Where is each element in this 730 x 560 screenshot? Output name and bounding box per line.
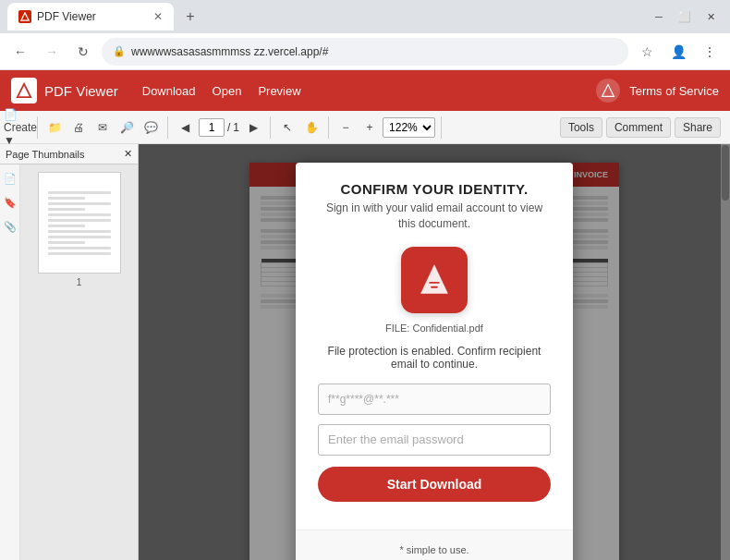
doc-line bbox=[48, 197, 85, 200]
pdf-sidebar: Page Thumbnails ✕ 📄 🔖 📎 bbox=[0, 144, 139, 560]
modal-adobe-logo bbox=[401, 247, 468, 313]
thumb-image bbox=[38, 172, 121, 274]
tab-close-button[interactable]: ✕ bbox=[153, 10, 163, 23]
modal-title: CONFIRM YOUR IDENTITY. bbox=[318, 181, 551, 197]
adobe-topbar: PDF Viewer Download Open Preview Terms o… bbox=[0, 70, 730, 111]
menu-download[interactable]: Download bbox=[135, 80, 203, 102]
next-page-btn[interactable]: ▶ bbox=[242, 116, 264, 139]
adobe-icon bbox=[11, 78, 37, 103]
modal-protection-text: File protection is enabled. Confirm reci… bbox=[318, 345, 551, 371]
tb-btn-3[interactable]: ✉ bbox=[91, 116, 114, 139]
toolbar-right-group: Tools Comment Share bbox=[560, 117, 721, 138]
pdf-app: PDF Viewer Download Open Preview Terms o… bbox=[0, 70, 730, 560]
comment-btn[interactable]: Comment bbox=[606, 117, 671, 138]
toolbar-actions-group: 📁 🖨 ✉ 🔎 💬 bbox=[43, 116, 168, 139]
menu-preview[interactable]: Preview bbox=[250, 80, 308, 102]
sidebar-header: Page Thumbnails ✕ bbox=[0, 144, 138, 164]
doc-line bbox=[48, 208, 85, 211]
modal-filename: FILE: Confidential.pdf bbox=[318, 323, 551, 334]
password-input[interactable] bbox=[318, 424, 551, 456]
thumb-label: 1 bbox=[28, 277, 130, 287]
modal-subtitle: Sign in with your valid email account to… bbox=[318, 201, 551, 232]
start-download-button[interactable]: Start Download bbox=[318, 467, 551, 502]
email-input[interactable] bbox=[318, 383, 551, 415]
toolbar-create-group: 📄 Create ▼ bbox=[9, 116, 38, 139]
address-bar: ← → ↻ 🔒 wwwwwsasasasmmmss zz.vercel.app/… bbox=[0, 33, 730, 70]
cursor-tool[interactable]: ↖ bbox=[276, 116, 298, 139]
tab-title: PDF Viewer bbox=[37, 10, 96, 23]
browser-frame: PDF Viewer ✕ + ─ ⬜ ✕ ← → ↻ 🔒 wwwwwsasasa… bbox=[0, 0, 730, 560]
create-button[interactable]: 📄 Create ▼ bbox=[9, 116, 31, 139]
tb-btn-5[interactable]: 💬 bbox=[140, 116, 162, 139]
feature-1: * simple to use. bbox=[314, 544, 554, 555]
sidebar-title: Page Thumbnails bbox=[6, 149, 84, 160]
doc-line bbox=[48, 225, 85, 227]
toolbar-tools-group: ↖ ✋ bbox=[276, 116, 329, 139]
close-window-button[interactable]: ✕ bbox=[699, 5, 723, 29]
page-total: 1 bbox=[233, 121, 239, 134]
doc-line bbox=[48, 202, 111, 205]
page-thumbnail[interactable]: 1 bbox=[20, 164, 138, 295]
tab-favicon bbox=[18, 10, 31, 23]
forward-button[interactable]: → bbox=[39, 39, 65, 65]
page-nav-group: ◀ / 1 ▶ bbox=[174, 116, 271, 139]
doc-line bbox=[48, 236, 111, 238]
pdf-body: Page Thumbnails ✕ 📄 🔖 📎 bbox=[0, 144, 730, 560]
menu-button[interactable]: ⋮ bbox=[697, 39, 723, 65]
sidebar-attach-icon[interactable]: 📎 bbox=[2, 218, 18, 235]
back-button[interactable]: ← bbox=[7, 39, 33, 65]
doc-line bbox=[48, 191, 111, 194]
menu-open[interactable]: Open bbox=[205, 80, 249, 102]
tb-btn-4[interactable]: 🔎 bbox=[116, 116, 138, 139]
url-bar[interactable]: 🔒 wwwwwsasasasmmmss zz.vercel.app/# bbox=[102, 38, 628, 66]
pdf-canvas: ADOBE COMMERCIAL INVOICE bbox=[139, 144, 730, 560]
adobe-topbar-right: Terms of Service bbox=[596, 79, 719, 103]
adobe-help-icon[interactable] bbox=[596, 79, 620, 103]
tb-btn-2[interactable]: 🖨 bbox=[67, 116, 90, 139]
zoom-in-btn[interactable]: + bbox=[359, 116, 381, 139]
tos-link[interactable]: Terms of Service bbox=[629, 84, 719, 98]
viewer-content: PDF Viewer Download Open Preview Terms o… bbox=[0, 70, 730, 560]
sidebar-close-icon[interactable]: ✕ bbox=[124, 148, 132, 160]
page-sep: / bbox=[227, 121, 230, 134]
sidebar-page-icon[interactable]: 📄 bbox=[2, 170, 18, 187]
prev-page-btn[interactable]: ◀ bbox=[174, 116, 196, 139]
modal-overlay: CONFIRM YOUR IDENTITY. Sign in with your… bbox=[139, 144, 730, 560]
share-btn[interactable]: Share bbox=[675, 117, 721, 138]
adobe-logo: PDF Viewer bbox=[11, 78, 118, 103]
zoom-out-btn[interactable]: − bbox=[335, 116, 357, 139]
tab-bar: PDF Viewer ✕ + ─ ⬜ ✕ bbox=[0, 0, 730, 33]
profile-button[interactable]: 👤 bbox=[665, 39, 691, 65]
doc-line bbox=[48, 213, 111, 216]
doc-line bbox=[48, 230, 111, 233]
browser-tab[interactable]: PDF Viewer ✕ bbox=[7, 3, 174, 30]
doc-line bbox=[48, 247, 111, 250]
adobe-menu: Download Open Preview bbox=[135, 80, 309, 102]
hand-tool[interactable]: ✋ bbox=[300, 116, 322, 139]
secure-icon: 🔒 bbox=[113, 45, 126, 57]
sidebar-bookmark-icon[interactable]: 🔖 bbox=[2, 194, 18, 211]
sidebar-main: 1 bbox=[20, 164, 138, 560]
url-text: wwwwwsasasasmmmss zz.vercel.app/# bbox=[131, 45, 617, 58]
toolbar-zoom-group: − + 122% bbox=[335, 116, 442, 139]
doc-line bbox=[48, 241, 85, 244]
sidebar-left-icons: 📄 🔖 📎 bbox=[0, 164, 20, 560]
adobe-app-title: PDF Viewer bbox=[44, 83, 118, 99]
modal-body: CONFIRM YOUR IDENTITY. Sign in with your… bbox=[296, 163, 573, 530]
new-tab-button[interactable]: + bbox=[177, 4, 203, 30]
adobe-toolbar: 📄 Create ▼ 📁 🖨 ✉ 🔎 💬 ◀ / 1 ▶ ↖ bbox=[0, 111, 730, 144]
zoom-select[interactable]: 122% bbox=[383, 117, 435, 138]
restore-button[interactable]: ⬜ bbox=[673, 5, 697, 29]
modal-footer: * simple to use. * cross-platform compat… bbox=[296, 530, 573, 560]
identity-modal: CONFIRM YOUR IDENTITY. Sign in with your… bbox=[296, 163, 573, 560]
doc-line bbox=[48, 219, 111, 222]
bookmark-button[interactable]: ☆ bbox=[634, 39, 660, 65]
minimize-button[interactable]: ─ bbox=[647, 5, 671, 29]
tools-btn[interactable]: Tools bbox=[560, 117, 602, 138]
doc-line bbox=[48, 252, 111, 255]
tb-btn-1[interactable]: 📁 bbox=[43, 116, 66, 139]
page-number-input[interactable] bbox=[199, 118, 225, 137]
refresh-button[interactable]: ↻ bbox=[70, 39, 96, 65]
window-controls: ─ ⬜ ✕ bbox=[647, 5, 723, 29]
